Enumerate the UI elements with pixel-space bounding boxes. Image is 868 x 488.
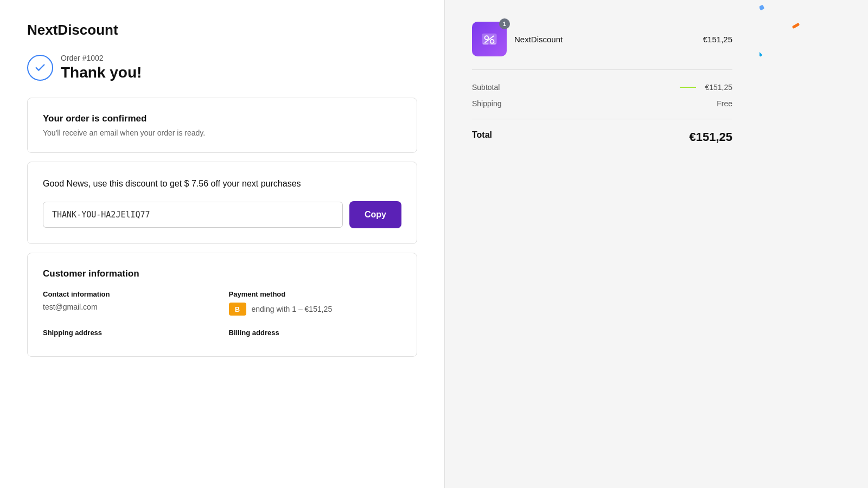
svg-rect-4 [483, 43, 488, 44]
discount-indicator [680, 87, 696, 88]
confirmation-subtitle: You'll receive an email when your order … [43, 129, 401, 137]
contact-value: test@gmail.com [43, 303, 216, 311]
confirmation-title: Your order is confirmed [43, 113, 401, 124]
right-panel: 1 NextDiscount €151,25 Subtotal €151,25 … [445, 0, 760, 488]
contact-section: Contact information test@gmail.com [43, 290, 216, 316]
order-number: Order #1002 [61, 54, 142, 62]
order-header: Order #1002 Thank you! [27, 54, 417, 81]
product-left: 1 NextDiscount [472, 22, 563, 56]
product-row: 1 NextDiscount €151,25 [472, 22, 732, 70]
total-value: €151,25 [689, 130, 732, 144]
shipping-summary-value: Free [717, 99, 732, 108]
product-price: €151,25 [703, 35, 732, 44]
left-panel: NextDiscount Order #1002 Thank you! Your… [0, 0, 445, 488]
shipping-section: Shipping address [43, 329, 216, 341]
product-image-wrap: 1 [472, 22, 507, 56]
shipping-label: Shipping address [43, 329, 216, 337]
product-badge-count: 1 [499, 18, 510, 29]
shipping-summary-label: Shipping [472, 99, 502, 108]
brand-name: NextDiscount [27, 22, 417, 38]
confetti-piece [792, 23, 800, 29]
subtotal-row: Subtotal €151,25 [472, 83, 732, 92]
customer-grid: Contact information test@gmail.com Payme… [43, 290, 401, 341]
discount-message: Good News, use this discount to get $ 7.… [43, 177, 401, 190]
copy-button[interactable]: Copy [349, 201, 401, 228]
coupon-code-input[interactable] [43, 202, 343, 228]
billing-section: Billing address [229, 329, 402, 341]
payment-section: Payment method B ending with 1 – €151,25 [229, 290, 402, 316]
billing-label: Billing address [229, 329, 402, 337]
subtotal-value: €151,25 [705, 83, 732, 92]
svg-rect-5 [490, 43, 496, 44]
customer-info-title: Customer information [43, 268, 401, 279]
product-name: NextDiscount [514, 35, 563, 44]
check-circle-icon [27, 55, 53, 81]
payment-method-row: B ending with 1 – €151,25 [229, 303, 402, 316]
confirmation-card: Your order is confirmed You'll receive a… [27, 98, 417, 153]
order-title-block: Order #1002 Thank you! [61, 54, 142, 81]
shipping-row: Shipping Free [472, 99, 732, 108]
contact-label: Contact information [43, 290, 216, 298]
subtotal-label: Subtotal [472, 83, 500, 92]
payment-label: Payment method [229, 290, 402, 298]
coupon-row: Copy [43, 201, 401, 228]
confetti-piece [759, 5, 765, 11]
discount-card: Good News, use this discount to get $ 7.… [27, 162, 417, 244]
payment-badge: B [229, 303, 246, 316]
total-label: Total [472, 130, 492, 144]
customer-info-card: Customer information Contact information… [27, 253, 417, 357]
payment-value: ending with 1 – €151,25 [252, 305, 333, 313]
thank-you-text: Thank you! [61, 64, 142, 81]
total-row: Total €151,25 [472, 119, 732, 144]
